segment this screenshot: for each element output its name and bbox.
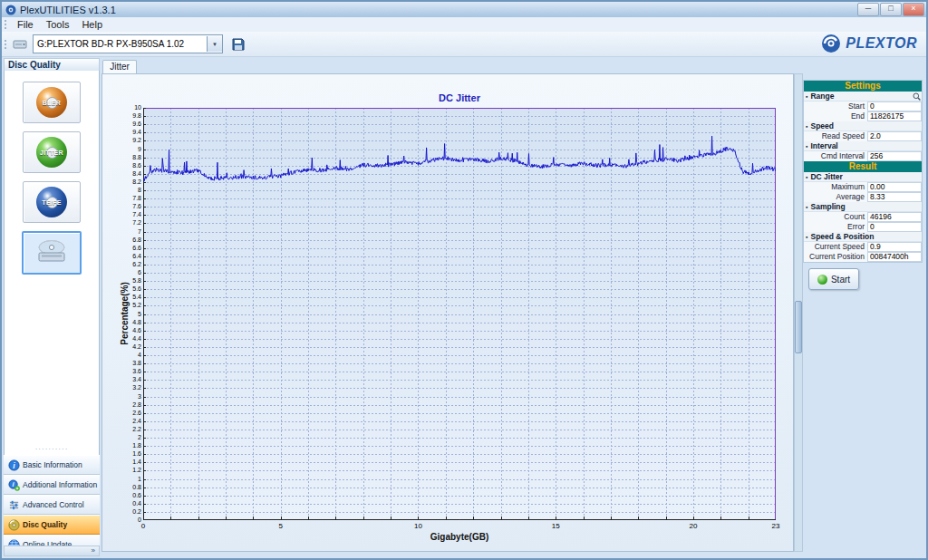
group-range[interactable]: Range	[804, 92, 922, 101]
nav-item-additional-information[interactable]: iAdditional Information	[4, 475, 100, 495]
sidebar: Disc Quality BLERJITTERTE/FE iBasic Info…	[4, 58, 100, 555]
property-value-error: 0	[867, 222, 922, 232]
test-button-drive[interactable]	[22, 231, 82, 275]
property-label: Maximum	[804, 182, 867, 192]
drive-selector-combobox[interactable]: G:PLEXTOR BD-R PX-B950SA 1.02 ▼	[33, 34, 223, 53]
nav-item-label: Additional Information	[23, 480, 97, 489]
y-axis-labels: 00.20.40.60.811.21.41.61.822.22.42.62.83…	[104, 108, 141, 520]
test-button-label: BLER	[36, 100, 67, 106]
group-interval[interactable]: Interval	[804, 141, 922, 151]
property-grid: RangeStart0End11826175SpeedRead Speed2.0…	[804, 92, 922, 262]
y-tick-label: 0.8	[104, 484, 141, 491]
jitter-disc-icon: JITTER	[36, 137, 67, 168]
nav-item-basic-information[interactable]: iBasic Information	[4, 455, 100, 475]
start-icon	[817, 275, 827, 285]
y-tick-label: 10	[104, 104, 141, 111]
test-button-jitter[interactable]: JITTER	[23, 131, 81, 173]
y-tick-label: 1.8	[104, 442, 141, 449]
y-tick-label: 1.6	[104, 450, 141, 458]
y-tick-label: 4.6	[104, 327, 141, 334]
toolbar-grip	[5, 40, 9, 49]
chart-panel: DC Jitter Percentage(%) 00.20.40.60.811.…	[102, 73, 794, 552]
property-value-count: 46196	[867, 212, 922, 222]
y-tick-label: 8.8	[104, 154, 141, 161]
nav-item-label: Advanced Control	[23, 500, 84, 509]
jitter-plot-canvas	[143, 108, 776, 520]
property-label: Cmd Interval	[804, 151, 867, 161]
nav-gripper[interactable]	[4, 446, 100, 455]
range-search-icon[interactable]	[913, 92, 921, 101]
group-label: Speed & Position	[810, 232, 874, 241]
save-icon	[231, 37, 246, 52]
y-tick-label: 6.2	[104, 261, 141, 268]
group-speed[interactable]: Speed	[804, 121, 922, 131]
group-dc-jitter[interactable]: DC Jitter	[804, 172, 922, 182]
y-tick-label: 7.8	[104, 195, 141, 202]
test-button-bler[interactable]: BLER	[23, 82, 81, 123]
y-tick-label: 5.8	[104, 277, 141, 285]
menu-item-file[interactable]: File	[11, 18, 40, 31]
x-tick-label: 10	[414, 522, 422, 530]
bler-disc-icon: BLER	[36, 87, 67, 118]
app-icon	[5, 5, 16, 15]
test-button-list: BLERJITTERTE/FE	[4, 71, 100, 458]
main-vertical-scrollbar[interactable]	[794, 73, 803, 552]
group-speed-position[interactable]: Speed & Position	[804, 232, 922, 242]
save-button[interactable]	[228, 34, 248, 54]
test-button-tefe[interactable]: TE/FE	[23, 181, 81, 223]
property-value-start[interactable]: 0	[867, 101, 922, 111]
combo-dropdown-arrow-icon[interactable]: ▼	[207, 36, 222, 52]
x-axis-labels: 0510152023	[143, 522, 776, 531]
y-tick-label: 6	[104, 269, 141, 276]
y-tick-label: 9.4	[104, 129, 141, 136]
y-tick-label: 6.8	[104, 237, 141, 244]
plextor-logo: PLEXTOR	[821, 34, 917, 53]
property-row-read-speed: Read Speed2.0	[804, 131, 922, 141]
property-value-end[interactable]: 11826175	[867, 111, 922, 121]
property-label: Start	[804, 101, 867, 111]
y-tick-label: 4	[104, 352, 141, 359]
y-tick-label: 2.8	[104, 401, 141, 409]
y-tick-label: 0.4	[104, 500, 141, 507]
property-value-read-speed[interactable]: 2.0	[867, 131, 922, 141]
y-tick-label: 1	[104, 476, 141, 483]
tab-jitter[interactable]: Jitter	[102, 60, 137, 74]
property-row-end: End11826175	[804, 111, 922, 121]
property-value-average: 8.33	[867, 192, 922, 202]
start-button-label: Start	[831, 275, 850, 285]
minimize-button[interactable]: ─	[857, 3, 879, 16]
settings-panel: Settings RangeStart0End11826175SpeedRead…	[803, 80, 923, 263]
y-tick-label: 8.2	[104, 179, 141, 186]
close-button[interactable]: ×	[903, 3, 924, 16]
x-tick-label: 5	[279, 522, 283, 530]
x-tick-label: 0	[141, 522, 145, 530]
test-button-label: JITTER	[36, 150, 67, 156]
menu-item-help[interactable]: Help	[75, 18, 109, 31]
menu-bar: FileToolsHelp	[2, 17, 926, 32]
menu-grip	[5, 20, 9, 29]
group-label: Sampling	[810, 202, 845, 211]
chart-title: DC Jitter	[439, 92, 480, 103]
start-button[interactable]: Start	[808, 268, 859, 290]
property-value-cmd-interval[interactable]: 256	[867, 151, 922, 161]
y-tick-label: 0	[104, 517, 141, 524]
y-tick-label: 4.8	[104, 319, 141, 326]
window-title: PlexUTILITIES v1.3.1	[20, 5, 116, 15]
y-tick-label: 0.2	[104, 508, 141, 516]
property-label: Error	[804, 222, 867, 232]
menu-item-tools[interactable]: Tools	[40, 18, 76, 31]
window-titlebar[interactable]: PlexUTILITIES v1.3.1 ─ □ ×	[2, 2, 926, 18]
group-sampling[interactable]: Sampling	[804, 202, 922, 212]
x-axis-title: Gigabyte(GB)	[430, 532, 488, 542]
maximize-button[interactable]: □	[880, 3, 902, 16]
drive-device-icon	[13, 38, 27, 51]
nav-item-advanced-control[interactable]: Advanced Control	[4, 495, 100, 515]
scrollbar-thumb[interactable]	[795, 301, 802, 353]
property-row-error: Error0	[804, 222, 922, 232]
nav-item-disc-quality[interactable]: Disc Quality	[4, 515, 100, 535]
group-label: Speed	[810, 121, 834, 130]
overflow-chevron-icon[interactable]: »	[92, 547, 95, 555]
nav-item-label: Basic Information	[23, 460, 82, 469]
property-label: Current Speed	[804, 242, 867, 252]
property-label: Count	[804, 212, 867, 222]
